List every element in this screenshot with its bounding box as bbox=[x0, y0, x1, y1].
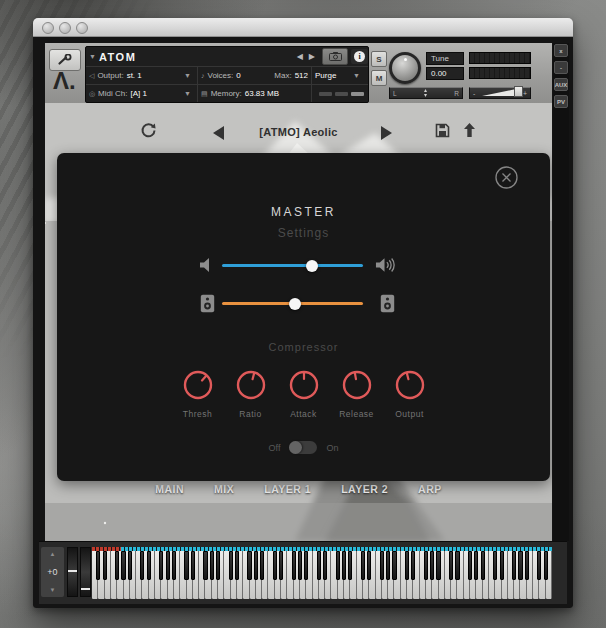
piano-black-key[interactable] bbox=[103, 551, 107, 580]
piano-black-key[interactable] bbox=[317, 551, 321, 580]
next-preset-icon[interactable] bbox=[381, 126, 392, 140]
piano-black-key[interactable] bbox=[159, 551, 163, 580]
tune-knob[interactable] bbox=[389, 52, 421, 84]
volume-slider[interactable] bbox=[222, 264, 363, 267]
remove-instrument-button[interactable]: x bbox=[554, 44, 568, 57]
release-knob[interactable]: Release bbox=[341, 369, 373, 419]
pitch-wheel[interactable] bbox=[67, 547, 78, 597]
piano-black-key[interactable] bbox=[537, 551, 541, 580]
compressor-toggle-knob[interactable] bbox=[289, 441, 302, 454]
piano-black-key[interactable] bbox=[361, 551, 365, 580]
purge-label[interactable]: Purge bbox=[315, 71, 336, 80]
piano-black-key[interactable] bbox=[405, 551, 409, 580]
piano-black-key[interactable] bbox=[121, 551, 125, 580]
solo-button[interactable]: S bbox=[371, 51, 387, 67]
thresh-knob[interactable]: Thresh bbox=[182, 369, 214, 419]
snapshot-button[interactable] bbox=[322, 48, 348, 65]
piano-black-key[interactable] bbox=[392, 551, 396, 580]
piano-black-key[interactable] bbox=[455, 551, 459, 580]
purge-dropdown-icon[interactable]: ▼ bbox=[353, 72, 360, 79]
volume-slider-thumb[interactable] bbox=[306, 260, 318, 272]
width-slider[interactable] bbox=[222, 302, 363, 305]
transpose-value[interactable]: +0 bbox=[47, 567, 57, 577]
minimize-instrument-button[interactable]: - bbox=[554, 61, 568, 74]
piano-black-key[interactable] bbox=[474, 551, 478, 580]
window-zoom-button[interactable] bbox=[76, 22, 88, 34]
attack-knob[interactable]: Attack bbox=[288, 369, 320, 419]
output-knob[interactable]: Output bbox=[394, 369, 426, 419]
prev-instrument-icon[interactable]: ◀ bbox=[294, 52, 306, 61]
compressor-toggle[interactable] bbox=[289, 441, 317, 454]
transpose-down-icon[interactable]: ▼ bbox=[50, 587, 56, 593]
save-icon[interactable] bbox=[435, 123, 450, 138]
piano-black-key[interactable] bbox=[304, 551, 308, 580]
tab-mix[interactable]: MIX bbox=[214, 483, 234, 495]
piano-black-key[interactable] bbox=[518, 551, 522, 580]
max-value[interactable]: 512 bbox=[295, 71, 308, 80]
piano-black-key[interactable] bbox=[342, 551, 346, 580]
piano-black-key[interactable] bbox=[380, 551, 384, 580]
tab-main[interactable]: MAIN bbox=[155, 483, 184, 495]
piano-black-key[interactable] bbox=[235, 551, 239, 580]
piano-black-key[interactable] bbox=[449, 551, 453, 580]
piano-black-key[interactable] bbox=[544, 551, 548, 580]
pv-button[interactable]: PV bbox=[554, 95, 568, 108]
tune-value[interactable]: 0.00 bbox=[426, 67, 464, 80]
chevron-down-icon[interactable]: ▼ bbox=[89, 53, 96, 60]
window-close-button[interactable] bbox=[42, 22, 54, 34]
volume-fader-handle[interactable] bbox=[514, 86, 523, 97]
piano-black-key[interactable] bbox=[147, 551, 151, 580]
info-button[interactable]: i bbox=[351, 49, 368, 64]
piano-black-key[interactable] bbox=[260, 551, 264, 580]
transpose-up-icon[interactable]: ▲ bbox=[50, 551, 56, 557]
midi-dropdown-icon[interactable]: ▼ bbox=[184, 90, 191, 97]
close-panel-button[interactable] bbox=[495, 166, 518, 189]
piano-black-key[interactable] bbox=[166, 551, 170, 580]
piano-black-key[interactable] bbox=[500, 551, 504, 580]
pan-slider[interactable]: L R bbox=[389, 87, 463, 99]
piano-black-key[interactable] bbox=[525, 551, 529, 580]
mod-wheel[interactable] bbox=[80, 547, 91, 597]
tab-layer2[interactable]: LAYER 2 bbox=[341, 483, 388, 495]
ratio-knob[interactable]: Ratio bbox=[235, 369, 267, 419]
tab-layer1[interactable]: LAYER 1 bbox=[264, 483, 311, 495]
piano-black-key[interactable] bbox=[273, 551, 277, 580]
piano-black-key[interactable] bbox=[386, 551, 390, 580]
piano-black-key[interactable] bbox=[191, 551, 195, 580]
piano-black-key[interactable] bbox=[298, 551, 302, 580]
output-value[interactable]: st. 1 bbox=[127, 71, 142, 80]
piano-black-key[interactable] bbox=[468, 551, 472, 580]
midi-value[interactable]: [A] 1 bbox=[130, 89, 146, 98]
piano-black-key[interactable] bbox=[184, 551, 188, 580]
piano-black-key[interactable] bbox=[96, 551, 100, 580]
volume-fader[interactable]: - + bbox=[469, 87, 531, 99]
export-icon[interactable] bbox=[463, 123, 476, 138]
piano-black-key[interactable] bbox=[367, 551, 371, 580]
mute-button[interactable]: M bbox=[371, 70, 387, 86]
piano-black-key[interactable] bbox=[128, 551, 132, 580]
piano-black-key[interactable] bbox=[436, 551, 440, 580]
piano-black-key[interactable] bbox=[323, 551, 327, 580]
piano-black-key[interactable] bbox=[411, 551, 415, 580]
piano-black-key[interactable] bbox=[203, 551, 207, 580]
volume-plus-label[interactable]: + bbox=[523, 90, 527, 97]
window-titlebar[interactable] bbox=[33, 18, 573, 37]
piano-black-key[interactable] bbox=[210, 551, 214, 580]
piano-black-key[interactable] bbox=[229, 551, 233, 580]
piano-black-key[interactable] bbox=[430, 551, 434, 580]
aux-button[interactable]: AUX bbox=[554, 78, 568, 91]
piano-black-key[interactable] bbox=[247, 551, 251, 580]
window-minimize-button[interactable] bbox=[59, 22, 71, 34]
piano-black-key[interactable] bbox=[348, 551, 352, 580]
output-dropdown-icon[interactable]: ▼ bbox=[184, 72, 191, 79]
piano-black-key[interactable] bbox=[481, 551, 485, 580]
piano-black-key[interactable] bbox=[216, 551, 220, 580]
piano-black-key[interactable] bbox=[115, 551, 119, 580]
tab-arp[interactable]: ARP bbox=[418, 483, 442, 495]
piano-black-key[interactable] bbox=[292, 551, 296, 580]
width-slider-thumb[interactable] bbox=[289, 298, 301, 310]
piano-black-key[interactable] bbox=[279, 551, 283, 580]
piano-black-key[interactable] bbox=[336, 551, 340, 580]
piano-black-key[interactable] bbox=[493, 551, 497, 580]
next-instrument-icon[interactable]: ▶ bbox=[306, 52, 318, 61]
